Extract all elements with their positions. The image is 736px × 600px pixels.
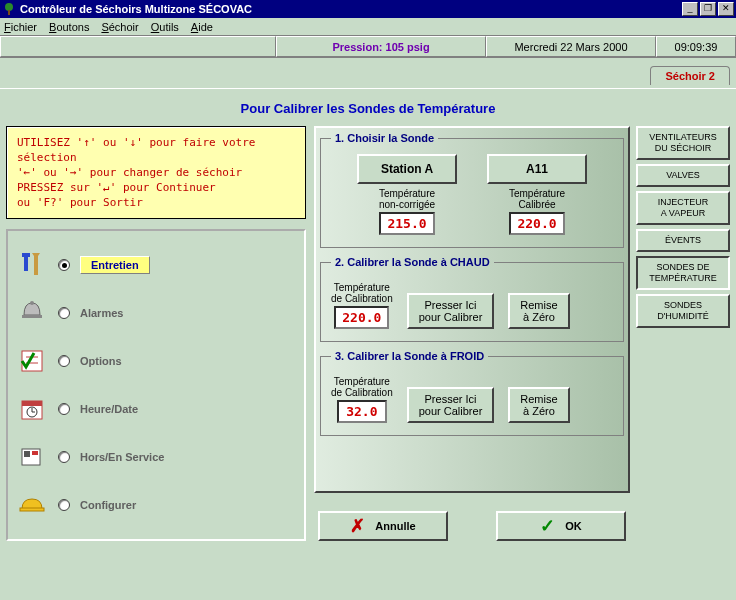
svg-rect-6: [22, 315, 42, 318]
svg-rect-1: [8, 10, 10, 15]
group-calibrer-chaud: 2. Calibrer la Sonde à CHAUD Température…: [320, 256, 624, 342]
page-title: Pour Calibrer les Sondes de Température: [6, 95, 730, 126]
svg-rect-19: [20, 508, 44, 511]
bell-icon: [16, 297, 48, 329]
nav-item-entretien[interactable]: Entretien: [16, 241, 296, 289]
radio-entretien[interactable]: [58, 259, 70, 271]
svg-point-0: [5, 3, 13, 11]
menu-outils[interactable]: Outils: [151, 21, 179, 33]
station-button[interactable]: Station A: [357, 154, 457, 184]
radio-options[interactable]: [58, 355, 70, 367]
status-spacer: [0, 36, 276, 57]
cold-cal-readout[interactable]: 32.0: [337, 400, 387, 423]
side-btn-valves[interactable]: VALVES: [636, 164, 730, 187]
menu-fichier[interactable]: Fichier: [4, 21, 37, 33]
cold-calibrate-button[interactable]: Presser Ici pour Calibrer: [407, 387, 495, 423]
nav-label-alarmes: Alarmes: [80, 307, 123, 319]
checklist-icon: [16, 345, 48, 377]
service-icon: [16, 441, 48, 473]
side-button-column: VENTILATEURS DU SÉCHOIR VALVES INJECTEUR…: [636, 126, 730, 541]
calendar-icon: [16, 393, 48, 425]
svg-rect-3: [22, 253, 30, 257]
ok-button[interactable]: ✓ OK: [496, 511, 626, 541]
group3-legend: 3. Calibrer la Sonde à FROID: [331, 350, 488, 362]
side-btn-sondes-humidite[interactable]: SONDES D'HUMIDITÉ: [636, 294, 730, 328]
help-box: UTILISEZ '↑' ou '↓' pour faire votre sél…: [6, 126, 306, 219]
probe-readout: 220.0: [509, 212, 564, 235]
ok-icon: ✓: [540, 515, 555, 537]
app-icon: [2, 2, 16, 16]
minimize-button[interactable]: _: [682, 2, 698, 16]
titlebar: Contrôleur de Séchoirs Multizone SÉCOVAC…: [0, 0, 736, 18]
nav-item-hors-en-service[interactable]: Hors/En Service: [16, 433, 296, 481]
station-readout: 215.0: [379, 212, 434, 235]
radio-heure-date[interactable]: [58, 403, 70, 415]
menu-boutons[interactable]: Boutons: [49, 21, 89, 33]
probe-sub-label: Température Calibrée: [487, 188, 587, 210]
side-btn-events[interactable]: ÉVENTS: [636, 229, 730, 252]
menu-sechoir[interactable]: Séchoir: [101, 21, 138, 33]
side-btn-injecteur[interactable]: INJECTEUR A VAPEUR: [636, 191, 730, 225]
hardhat-icon: [16, 489, 48, 521]
group-choisir-sonde: 1. Choisir la Sonde Station A Températur…: [320, 132, 624, 248]
close-button[interactable]: ✕: [718, 2, 734, 16]
group1-legend: 1. Choisir la Sonde: [331, 132, 438, 144]
nav-item-options[interactable]: Options: [16, 337, 296, 385]
tab-strip: Séchoir 2: [0, 58, 736, 88]
nav-label-hors-en-service: Hors/En Service: [80, 451, 164, 463]
svg-rect-17: [24, 451, 30, 457]
nav-label-options: Options: [80, 355, 122, 367]
radio-hors-en-service[interactable]: [58, 451, 70, 463]
status-time: 09:09:39: [656, 36, 736, 57]
status-pressure: Pression: 105 psig: [276, 36, 486, 57]
cancel-icon: ✗: [350, 515, 365, 537]
tab-sechoir-2[interactable]: Séchoir 2: [650, 66, 730, 85]
menubar: Fichier Boutons Séchoir Outils Aide: [0, 18, 736, 36]
ok-label: OK: [565, 520, 582, 532]
station-sub-label: Température non-corrigée: [357, 188, 457, 210]
hot-reset-button[interactable]: Remise à Zéro: [508, 293, 569, 329]
nav-label-configurer: Configurer: [80, 499, 136, 511]
nav-item-configurer[interactable]: Configurer: [16, 481, 296, 529]
menu-aide[interactable]: Aide: [191, 21, 213, 33]
side-btn-ventilateurs[interactable]: VENTILATEURS DU SÉCHOIR: [636, 126, 730, 160]
nav-label-heure-date: Heure/Date: [80, 403, 138, 415]
status-strip: Pression: 105 psig Mercredi 22 Mars 2000…: [0, 36, 736, 58]
svg-rect-18: [32, 451, 38, 455]
hot-calibrate-button[interactable]: Presser Ici pour Calibrer: [407, 293, 495, 329]
nav-label-entretien: Entretien: [80, 256, 150, 274]
nav-item-alarmes[interactable]: Alarmes: [16, 289, 296, 337]
cold-reset-button[interactable]: Remise à Zéro: [508, 387, 569, 423]
radio-alarmes[interactable]: [58, 307, 70, 319]
svg-point-7: [30, 301, 34, 305]
group2-legend: 2. Calibrer la Sonde à CHAUD: [331, 256, 494, 268]
side-btn-sondes-temperature[interactable]: SONDES DE TEMPÉRATURE: [636, 256, 730, 290]
hot-cal-readout[interactable]: 220.0: [334, 306, 389, 329]
window-title: Contrôleur de Séchoirs Multizone SÉCOVAC: [20, 3, 682, 15]
cancel-label: Annulle: [375, 520, 415, 532]
nav-item-heure-date[interactable]: Heure/Date: [16, 385, 296, 433]
cold-cal-label: Température de Calibration: [331, 376, 393, 398]
probe-button[interactable]: A11: [487, 154, 587, 184]
status-date: Mercredi 22 Mars 2000: [486, 36, 656, 57]
svg-rect-12: [22, 401, 42, 406]
tools-icon: [16, 249, 48, 281]
maximize-button[interactable]: ❐: [700, 2, 716, 16]
cancel-button[interactable]: ✗ Annulle: [318, 511, 448, 541]
svg-marker-5: [32, 253, 40, 259]
group-calibrer-froid: 3. Calibrer la Sonde à FROID Température…: [320, 350, 624, 436]
hot-cal-label: Température de Calibration: [331, 282, 393, 304]
radio-configurer[interactable]: [58, 499, 70, 511]
nav-panel: Entretien Alarmes Options: [6, 229, 306, 541]
